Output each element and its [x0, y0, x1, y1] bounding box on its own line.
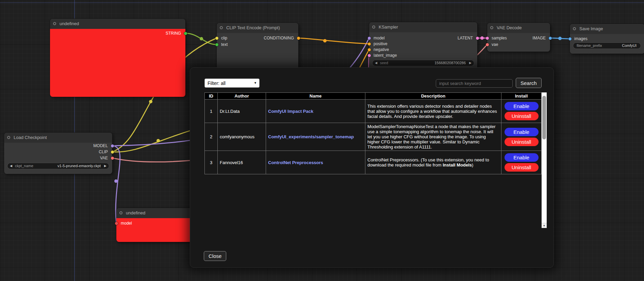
table-row: 3 Fannovel16 ControlNet Preprocessors Co… [205, 151, 542, 174]
filename-prefix-widget[interactable]: filename_prefix ComfyUI [573, 43, 641, 49]
slot-dot-image[interactable] [549, 37, 552, 40]
slot-dot-model[interactable] [111, 144, 114, 147]
slot-dot-positive[interactable] [368, 42, 371, 46]
wire-dot [323, 39, 327, 42]
header-install: Install [501, 93, 542, 100]
uninstall-button[interactable]: Uninstall [505, 138, 539, 146]
comfyui-app: { "icons": { "chevron_down": "▼", "arrow… [0, 0, 644, 281]
node-title: CLIP Text Encode (Prompt) [226, 25, 280, 30]
canvas-axis-horizontal [0, 2, 644, 3]
output-slot-model: MODEL [93, 143, 108, 148]
widget-label: filename_prefix [577, 43, 602, 48]
node-ksampler[interactable]: KSampler model positive negative latent_… [369, 22, 477, 70]
table-row: 2 comfyanonymous ComfyUI_experiments/sam… [205, 123, 542, 151]
collapse-dot-icon[interactable] [372, 25, 375, 29]
output-slot-conditioning: CONDITIONING [264, 36, 294, 40]
header-name: Name [266, 93, 365, 100]
slot-dot-latent[interactable] [476, 37, 479, 40]
wire-dot [114, 179, 118, 183]
collapse-dot-icon[interactable] [53, 22, 56, 25]
node-undefined-top[interactable]: undefined STRING [50, 19, 185, 97]
slot-dot-model[interactable] [368, 37, 371, 40]
slot-dot-vae[interactable] [111, 157, 114, 160]
node-vae-decode[interactable]: VAE Decode samples vae IMAGE [487, 23, 550, 52]
wire-dot [558, 37, 562, 40]
uninstall-button[interactable]: Uninstall [505, 163, 539, 172]
cell-author: comfyanonymous [218, 123, 266, 151]
slot-dot-clip[interactable] [111, 151, 114, 154]
collapse-dot-icon[interactable] [119, 211, 122, 214]
slot-dot-vae[interactable] [486, 43, 489, 46]
slot-dot-latent-image[interactable] [368, 54, 371, 57]
seed-widget[interactable]: ◀ seed 156680208700286 ▶ [373, 60, 474, 66]
output-slot-vae: VAE [100, 156, 108, 160]
wire-string-to-text [185, 33, 217, 45]
cell-id: 2 [205, 123, 218, 151]
wire-dot [480, 36, 484, 40]
wire-dot [149, 100, 152, 103]
slot-dot-model[interactable] [115, 222, 118, 225]
step-right-icon[interactable]: ▶ [469, 60, 472, 66]
slot-dot-images[interactable] [568, 37, 572, 40]
input-slot-model: model [374, 36, 385, 40]
collapse-dot-icon[interactable] [7, 136, 10, 139]
input-slot-text: text [221, 42, 228, 47]
extension-link[interactable]: ControlNet Preprocessors [268, 160, 323, 165]
cell-description: This extension offers various detector n… [365, 100, 501, 123]
output-slot-image: IMAGE [532, 36, 546, 40]
step-right-icon[interactable]: ▶ [104, 163, 106, 169]
node-title: KSampler [379, 24, 398, 30]
scrollbar-thumb[interactable] [542, 96, 546, 139]
uninstall-button[interactable]: Uninstall [505, 112, 539, 120]
filter-select[interactable]: Filter: all [204, 78, 260, 88]
enable-button[interactable]: Enable [505, 102, 539, 110]
output-slot-latent: LATENT [458, 36, 473, 40]
node-title: undefined [60, 21, 79, 26]
enable-button[interactable]: Enable [505, 128, 539, 136]
wire-image-to-images [550, 38, 570, 39]
slot-dot-negative[interactable] [368, 48, 371, 51]
extension-link[interactable]: ComfyUI Impact Pack [268, 109, 313, 114]
cell-name: ComfyUI_experiments/sampler_tonemap [266, 123, 365, 151]
node-title: Load Checkpoint [14, 135, 47, 140]
input-slot-model: model [121, 221, 132, 226]
wire-dot [156, 139, 160, 142]
step-left-icon[interactable]: ◀ [10, 163, 12, 169]
node-undefined-bottom[interactable]: undefined model [116, 208, 198, 242]
slot-dot-samples[interactable] [486, 37, 489, 40]
search-button[interactable]: Search [516, 78, 542, 88]
cell-install: Enable Uninstall [501, 100, 542, 123]
collapse-dot-icon[interactable] [573, 27, 576, 30]
filter-dropdown-wrap: Filter: all ▼ [204, 78, 260, 88]
scrollbar[interactable]: ▼ [542, 92, 547, 228]
scroll-down-arrow-icon[interactable]: ▼ [542, 223, 547, 228]
step-left-icon[interactable]: ◀ [375, 60, 377, 66]
slot-dot-clip[interactable] [215, 37, 218, 40]
node-save-image[interactable]: Save Image images filename_prefix ComfyU… [570, 24, 644, 54]
widget-label: ckpt_name [15, 163, 33, 169]
search-input[interactable] [436, 79, 513, 88]
cell-author: Dr.Lt.Data [218, 100, 266, 123]
input-slot-images: images [574, 36, 588, 41]
collapse-dot-icon[interactable] [490, 26, 493, 29]
close-button[interactable]: Close [204, 251, 226, 261]
collapse-dot-icon[interactable] [220, 26, 223, 29]
enable-button[interactable]: Enable [505, 153, 539, 162]
header-author: Author [218, 93, 266, 100]
header-description: Description [365, 93, 501, 100]
table-header-row: ID Author Name Description Install [205, 93, 542, 100]
slot-dot-text[interactable] [215, 43, 218, 46]
cell-description: ControlNet Preprocessors. (To use this e… [365, 151, 501, 174]
header-id: ID [205, 93, 218, 100]
ckpt-name-widget[interactable]: ◀ ckpt_name v1-5-pruned-emaonly.ckpt ▶ [7, 163, 109, 169]
widget-value: v1-5-pruned-emaonly.ckpt [57, 163, 101, 169]
slot-dot-string[interactable] [184, 32, 187, 35]
extensions-table-wrap: ID Author Name Description Install 1 Dr.… [204, 92, 541, 174]
cell-name: ControlNet Preprocessors [266, 151, 365, 174]
input-slot-latent-image: latent_image [374, 53, 397, 58]
node-load-checkpoint[interactable]: Load Checkpoint MODEL CLIP VAE ◀ ckpt_na… [4, 133, 112, 174]
custom-nodes-manager-dialog: Filter: all ▼ Search ID Author Name Desc… [190, 67, 554, 268]
slot-dot-conditioning[interactable] [297, 37, 300, 40]
output-slot-clip: CLIP [99, 150, 108, 154]
extension-link[interactable]: ComfyUI_experiments/sampler_tonemap [268, 134, 354, 139]
